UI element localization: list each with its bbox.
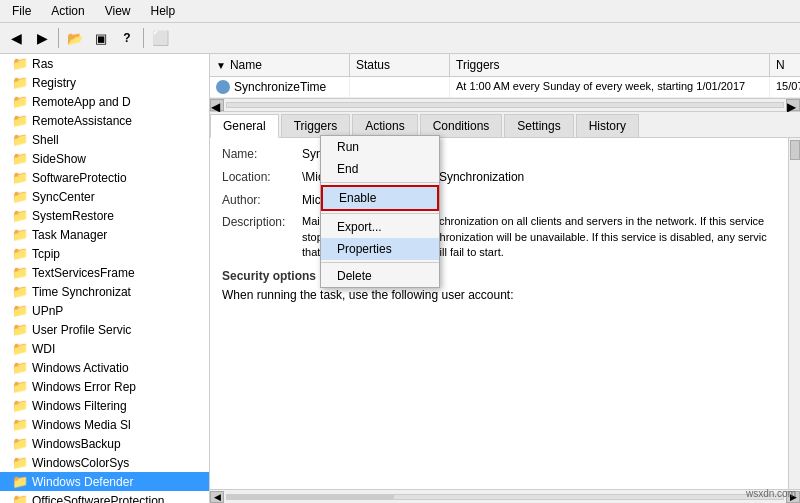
left-panel: 📁 Ras 📁 Registry 📁 RemoteApp and D 📁 Rem… xyxy=(0,54,210,503)
menu-help[interactable]: Help xyxy=(143,2,184,20)
scroll-thumb2 xyxy=(227,495,394,499)
tree-item-taskmanager[interactable]: 📁 Task Manager xyxy=(0,225,209,244)
tab-row-author: Author: Microsoft Corporation xyxy=(222,192,774,209)
tree-item-shell[interactable]: 📁 Shell xyxy=(0,130,209,149)
tree-item-remoteassistance[interactable]: 📁 RemoteAssistance xyxy=(0,111,209,130)
folder-icon: 📁 xyxy=(12,189,28,204)
task-scroll-bar[interactable]: ◀ ▶ xyxy=(210,98,800,112)
tree-item-ras[interactable]: 📁 Ras xyxy=(0,54,209,73)
context-menu-divider-2 xyxy=(321,213,439,214)
folder-icon: 📁 xyxy=(12,436,28,451)
properties-button[interactable]: ▣ xyxy=(89,26,113,50)
folder-icon: 📁 xyxy=(12,208,28,223)
tab-triggers[interactable]: Triggers xyxy=(281,114,351,137)
view-button[interactable]: ⬜ xyxy=(148,26,172,50)
tab-content-general: Name: SynchronizeTime Location: \Microso… xyxy=(210,138,800,489)
bottom-scrollbar[interactable]: ◀ ▶ xyxy=(210,489,800,503)
tree-item-tcpip[interactable]: 📁 Tcpip xyxy=(0,244,209,263)
separator-1 xyxy=(58,28,59,48)
tree-item-sideshow[interactable]: 📁 SideShow xyxy=(0,149,209,168)
task-row[interactable]: SynchronizeTime At 1:00 AM every Sunday … xyxy=(210,77,800,98)
context-menu-export[interactable]: Export... xyxy=(321,216,439,238)
folder-icon: 📁 xyxy=(12,132,28,147)
scroll-right-btn[interactable]: ▶ xyxy=(786,99,800,111)
toolbar: ◀ ▶ 📂 ▣ ? ⬜ xyxy=(0,23,800,54)
folder-icon: 📁 xyxy=(12,303,28,318)
separator-2 xyxy=(143,28,144,48)
tree-item-windowsactivation[interactable]: 📁 Windows Activatio xyxy=(0,358,209,377)
tree-item-windowsdefender[interactable]: 📁 Windows Defender xyxy=(0,472,209,491)
back-button[interactable]: ◀ xyxy=(4,26,28,50)
folder-icon: 📁 xyxy=(12,455,28,470)
help-button[interactable]: ? xyxy=(115,26,139,50)
folder-icon: 📁 xyxy=(12,341,28,356)
tree-item-wdi[interactable]: 📁 WDI xyxy=(0,339,209,358)
tree-item-registry[interactable]: 📁 Registry xyxy=(0,73,209,92)
col-name[interactable]: ▼ Name xyxy=(210,54,350,76)
col-triggers[interactable]: Triggers xyxy=(450,54,770,76)
main-area: 📁 Ras 📁 Registry 📁 RemoteApp and D 📁 Rem… xyxy=(0,54,800,503)
context-menu-run[interactable]: Run xyxy=(321,136,439,158)
tab-settings[interactable]: Settings xyxy=(504,114,573,137)
name-label: Name: xyxy=(222,146,302,163)
menu-file[interactable]: File xyxy=(4,2,39,20)
task-cell-name: SynchronizeTime xyxy=(210,77,350,97)
folder-icon: 📁 xyxy=(12,360,28,375)
tree-item-upnp[interactable]: 📁 UPnP xyxy=(0,301,209,320)
watermark: wsxdn.com xyxy=(746,488,796,499)
folder-icon: 📁 xyxy=(12,474,28,489)
tree-item-softwareprotection[interactable]: 📁 SoftwareProtectio xyxy=(0,168,209,187)
folder-icon: 📁 xyxy=(12,94,28,109)
task-status-icon xyxy=(216,80,230,94)
menu-view[interactable]: View xyxy=(97,2,139,20)
location-label: Location: xyxy=(222,169,302,186)
folder-icon: 📁 xyxy=(12,151,28,166)
tree-item-windowsfiltering[interactable]: 📁 Windows Filtering xyxy=(0,396,209,415)
folder-icon: 📁 xyxy=(12,75,28,90)
col-n[interactable]: N xyxy=(770,54,800,76)
folder-icon: 📁 xyxy=(12,379,28,394)
tree-item-windowsmedia[interactable]: 📁 Windows Media Sl xyxy=(0,415,209,434)
tree-item-textservices[interactable]: 📁 TextServicesFrame xyxy=(0,263,209,282)
tab-row-name: Name: SynchronizeTime xyxy=(222,146,774,163)
security-note: When running the task, use the following… xyxy=(222,287,774,304)
folder-icon: 📁 xyxy=(12,322,28,337)
security-section-title: Security options xyxy=(222,269,774,283)
col-status[interactable]: Status xyxy=(350,54,450,76)
folder-button[interactable]: 📂 xyxy=(63,26,87,50)
context-menu-end[interactable]: End xyxy=(321,158,439,180)
tree-item-userprofile[interactable]: 📁 User Profile Servic xyxy=(0,320,209,339)
author-label: Author: xyxy=(222,192,302,209)
scroll-left-btn[interactable]: ◀ xyxy=(210,99,224,111)
tree-item-windowscolorsys[interactable]: 📁 WindowsColorSys xyxy=(0,453,209,472)
tree-item-systemrestore[interactable]: 📁 SystemRestore xyxy=(0,206,209,225)
folder-icon: 📁 xyxy=(12,398,28,413)
tab-actions[interactable]: Actions xyxy=(352,114,417,137)
context-menu-properties[interactable]: Properties xyxy=(321,238,439,260)
scroll-left-btn2[interactable]: ◀ xyxy=(210,491,224,503)
context-menu-delete[interactable]: Delete xyxy=(321,265,439,287)
tab-conditions[interactable]: Conditions xyxy=(420,114,503,137)
tree-item-timesync[interactable]: 📁 Time Synchronizat xyxy=(0,282,209,301)
folder-icon: 📁 xyxy=(12,227,28,242)
scroll-track2[interactable] xyxy=(226,494,784,500)
folder-icon: 📁 xyxy=(12,113,28,128)
tree-item-officesoftware[interactable]: 📁 OfficeSoftwareProtection xyxy=(0,491,209,503)
task-cell-n: 15/07/ xyxy=(770,77,800,97)
tab-general[interactable]: General xyxy=(210,114,279,138)
context-menu-enable[interactable]: Enable xyxy=(321,185,439,211)
tree-item-windowsbackup[interactable]: 📁 WindowsBackup xyxy=(0,434,209,453)
menu-action[interactable]: Action xyxy=(43,2,92,20)
forward-button[interactable]: ▶ xyxy=(30,26,54,50)
folder-icon: 📁 xyxy=(12,265,28,280)
task-cell-status xyxy=(350,77,450,97)
scroll-track[interactable] xyxy=(226,102,784,108)
tab-row-location: Location: \Microsoft\Windows\Time Synchr… xyxy=(222,169,774,186)
tree-item-windowserrorrep[interactable]: 📁 Windows Error Rep xyxy=(0,377,209,396)
tree-item-synccenter[interactable]: 📁 SyncCenter xyxy=(0,187,209,206)
tab-history[interactable]: History xyxy=(576,114,639,137)
right-scrollbar[interactable] xyxy=(788,138,800,489)
tree-item-remoteapp[interactable]: 📁 RemoteApp and D xyxy=(0,92,209,111)
folder-icon: 📁 xyxy=(12,493,28,503)
scroll-thumb[interactable] xyxy=(790,140,800,160)
